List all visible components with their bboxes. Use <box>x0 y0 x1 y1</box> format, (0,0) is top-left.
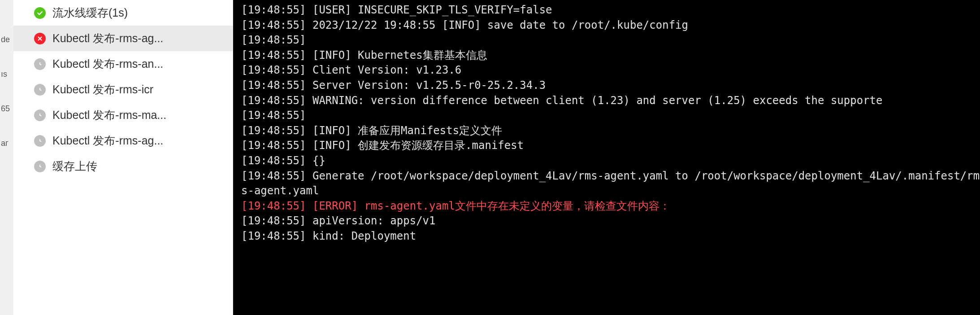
svg-line-16 <box>40 166 41 167</box>
pipeline-step-label: Kubectl 发布-rms-an... <box>52 57 163 71</box>
svg-line-10 <box>40 115 41 116</box>
log-line: [19:48:55] apiVersion: apps/v1 <box>241 214 980 229</box>
left-edge-nav: de ıs 65 аг <box>0 0 13 315</box>
clock-icon <box>34 58 46 70</box>
check-circle-icon <box>34 7 46 19</box>
clock-icon <box>34 109 46 122</box>
log-line: [19:48:55] {} <box>241 153 980 169</box>
pipeline-step-label: Kubectl 发布-rms-ma... <box>52 108 166 122</box>
log-line: [19:48:55] Generate /root/workspace/depl… <box>241 169 980 199</box>
log-line: [19:48:55] Server Version: v1.25.5-r0-25… <box>241 78 980 93</box>
log-line: [19:48:55] [INFO] 创建发布资源缓存目录.manifest <box>241 138 980 153</box>
log-line: [19:48:55] WARNING: version difference b… <box>241 93 980 109</box>
log-line: [19:48:55] kind: Deployment <box>241 229 980 244</box>
left-edge-item: аг <box>0 126 9 161</box>
left-edge-item: 65 <box>0 92 11 126</box>
pipeline-step-item[interactable]: 缓存上传 <box>13 153 233 179</box>
pipeline-step-item[interactable]: Kubectl 发布-rms-ag... <box>13 128 233 153</box>
pipeline-step-item[interactable]: 流水线缓存(1s) <box>13 0 233 26</box>
svg-line-4 <box>40 64 41 65</box>
x-circle-icon <box>34 32 46 45</box>
log-line: [19:48:55] [USER] INSECURE_SKIP_TLS_VERI… <box>241 3 980 18</box>
pipeline-step-item[interactable]: Kubectl 发布-rms-icr <box>13 77 233 102</box>
pipeline-step-label: 缓存上传 <box>52 159 97 174</box>
pipeline-step-label: Kubectl 发布-rms-ag... <box>52 133 163 148</box>
log-line: [19:48:55] <box>241 33 980 48</box>
log-line-error: [19:48:55] [ERROR] rms-agent.yaml文件中存在未定… <box>241 199 980 214</box>
left-edge-item: ıs <box>0 57 8 92</box>
pipeline-step-item[interactable]: Kubectl 发布-rms-ag... <box>13 26 233 51</box>
log-line: [19:48:55] [INFO] Kubernetes集群基本信息 <box>241 48 980 63</box>
pipeline-step-label: 流水线缓存(1s) <box>52 5 128 20</box>
pipeline-step-item[interactable]: Kubectl 发布-rms-ma... <box>13 102 233 128</box>
left-edge-item: de <box>0 22 11 57</box>
pipeline-step-label: Kubectl 发布-rms-ag... <box>52 31 163 46</box>
pipeline-step-item[interactable]: Kubectl 发布-rms-an... <box>13 51 233 77</box>
log-line: [19:48:55] [INFO] 准备应用Manifests定义文件 <box>241 123 980 139</box>
pipeline-steps-sidebar: 流水线缓存(1s)Kubectl 发布-rms-ag...Kubectl 发布-… <box>13 0 233 315</box>
svg-line-13 <box>40 141 41 141</box>
pipeline-step-label: Kubectl 发布-rms-icr <box>52 82 153 97</box>
log-line: [19:48:55] Client Version: v1.23.6 <box>241 63 980 78</box>
log-line: [19:48:55] 2023/12/22 19:48:55 [INFO] sa… <box>241 18 980 33</box>
clock-icon <box>34 83 46 96</box>
svg-line-7 <box>40 90 41 90</box>
clock-icon <box>34 160 46 173</box>
log-line: [19:48:55] <box>241 108 980 123</box>
clock-icon <box>34 135 46 147</box>
terminal-output[interactable]: [19:48:55] [USER] INSECURE_SKIP_TLS_VERI… <box>233 0 980 315</box>
